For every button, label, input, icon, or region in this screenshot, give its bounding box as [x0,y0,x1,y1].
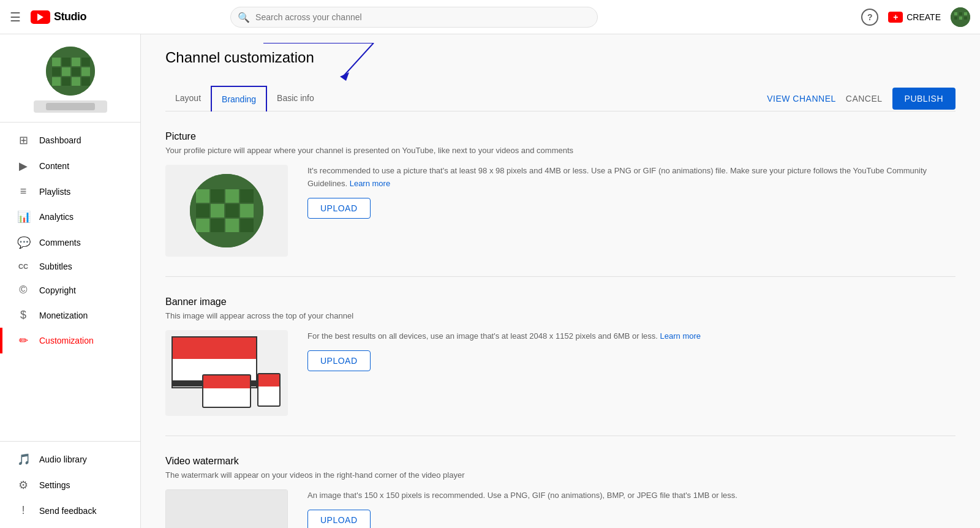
banner-info-text: For the best results on all devices, use… [307,330,956,343]
svg-rect-5 [959,17,962,20]
page-title: Channel customization [165,49,314,66]
sidebar-item-customization[interactable]: ✏ Customization [0,328,140,353]
picture-learn-more-link[interactable]: Learn more [350,179,390,188]
create-button[interactable]: CREATE [888,12,941,23]
sidebar-item-content[interactable]: ▶ Content [0,153,140,179]
tab-layout[interactable]: Layout [165,86,211,111]
picture-upload-button[interactable]: UPLOAD [307,198,371,219]
svg-rect-25 [211,189,224,203]
banner-title: Banner image [165,296,956,307]
channel-name [34,100,107,113]
svg-rect-12 [52,67,61,76]
subtitles-icon: CC [17,263,29,270]
top-nav: ☰ Studio 🔍 ? CREATE [0,0,980,34]
sidebar-label-audio-library: Audio library [39,454,87,464]
settings-icon: ⚙ [17,478,29,492]
playlists-icon: ≡ [17,185,29,198]
studio-label: Studio [54,10,86,23]
svg-rect-29 [211,204,224,217]
tabs-row: Layout Branding Basic info VIEW CHANNEL … [165,86,956,111]
sidebar-label-playlists: Playlists [39,187,70,197]
svg-rect-34 [225,219,239,232]
analytics-icon: 📊 [17,210,29,224]
svg-rect-33 [211,219,224,232]
channel-avatar[interactable] [46,47,95,96]
page-header: Channel customization [165,49,956,74]
tab-basic-info[interactable]: Basic info [267,86,324,111]
svg-rect-24 [196,189,209,203]
watermark-info-text: An image that's 150 x 150 pixels is reco… [307,489,956,502]
sidebar-item-dashboard[interactable]: ⊞ Dashboard [0,127,140,153]
dashboard-icon: ⊞ [17,134,29,147]
watermark-preview-image: ▶ ⏭ 🔊 ⚙ ▭ ⛶ [165,489,288,528]
sidebar-label-settings: Settings [39,480,70,490]
sidebar-channel [0,34,140,123]
tab-actions: VIEW CHANNEL CANCEL PUBLISH [767,88,956,110]
svg-rect-19 [81,77,90,86]
content-icon: ▶ [17,159,29,173]
view-channel-button[interactable]: VIEW CHANNEL [767,94,836,104]
picture-info: It's recommended to use a picture that's… [307,165,956,219]
publish-button[interactable]: PUBLISH [892,88,956,110]
svg-marker-22 [340,72,349,81]
svg-rect-10 [72,58,80,66]
sidebar-label-copyright: Copyright [39,285,76,295]
svg-rect-17 [62,77,70,86]
watermark-title: Video watermark [165,456,956,467]
sidebar-label-comments: Comments [39,238,81,247]
search-icon: 🔍 [238,11,250,23]
banner-upload-button[interactable]: UPLOAD [307,350,371,371]
svg-rect-18 [72,77,80,86]
svg-rect-4 [954,17,957,20]
svg-rect-32 [196,219,209,232]
sidebar-item-feedback[interactable]: ! Send feedback [0,498,140,523]
sidebar-item-subtitles[interactable]: CC Subtitles [0,255,140,277]
picture-info-text: It's recommended to use a picture that's… [307,165,956,190]
picture-preview [165,165,288,257]
sidebar-item-analytics[interactable]: 📊 Analytics [0,204,140,230]
svg-rect-27 [240,189,254,203]
copyright-icon: © [17,284,29,296]
svg-rect-30 [225,204,239,217]
banner-learn-more-link[interactable]: Learn more [660,331,701,341]
svg-rect-11 [81,58,90,66]
sidebar-item-copyright[interactable]: © Copyright [0,277,140,303]
sidebar-label-monetization: Monetization [39,311,88,320]
sidebar-item-settings[interactable]: ⚙ Settings [0,472,140,498]
tab-branding[interactable]: Branding [211,86,267,111]
sidebar-item-audio-library[interactable]: 🎵 Audio library [0,447,140,472]
sidebar-label-content: Content [39,161,69,171]
avatar[interactable] [951,7,970,27]
youtube-logo-icon [31,10,50,24]
hamburger-icon[interactable]: ☰ [10,10,21,25]
section-watermark: Video watermark The watermark will appea… [165,456,956,528]
help-button[interactable]: ? [861,9,878,26]
search-input[interactable] [230,7,598,28]
profile-pic-image [190,174,263,247]
banner-content: For the best results on all devices, use… [165,330,956,416]
picture-content: It's recommended to use a picture that's… [165,165,956,257]
svg-rect-35 [240,219,254,232]
svg-rect-9 [62,58,70,66]
monetization-icon: $ [17,309,29,322]
nav-right: ? CREATE [861,7,970,27]
cancel-button[interactable]: CANCEL [846,94,883,104]
sidebar-item-playlists[interactable]: ≡ Playlists [0,179,140,204]
audio-library-icon: 🎵 [17,453,29,466]
sidebar-item-monetization[interactable]: $ Monetization [0,303,140,328]
sidebar: ⊞ Dashboard ▶ Content ≡ Playlists 📊 Anal… [0,34,141,528]
sidebar-item-comments[interactable]: 💬 Comments [0,230,140,255]
watermark-upload-button[interactable]: UPLOAD [307,510,371,528]
banner-tablet [202,374,251,408]
svg-rect-28 [196,204,209,217]
banner-mobile [257,373,281,407]
svg-rect-1 [954,12,957,15]
svg-rect-31 [240,204,254,217]
logo: Studio [31,10,86,24]
sidebar-label-subtitles: Subtitles [39,262,72,271]
watermark-content: ▶ ⏭ 🔊 ⚙ ▭ ⛶ An image that's 150 x 150 pi… [165,489,956,528]
sidebar-label-feedback: Send feedback [39,506,96,516]
watermark-desc: The watermark will appear on your videos… [165,470,956,480]
create-icon [888,12,903,23]
feedback-icon: ! [17,504,29,517]
